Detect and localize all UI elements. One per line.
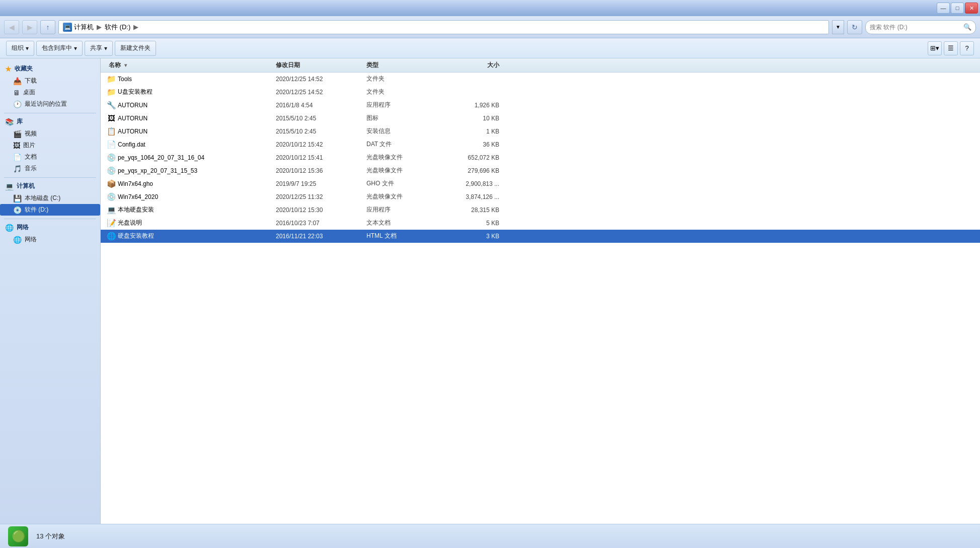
file-size: 3 KB xyxy=(442,233,507,240)
file-type: GHO 文件 xyxy=(366,179,442,188)
file-type: 安装信息 xyxy=(366,127,442,135)
new-folder-label: 新建文件夹 xyxy=(120,44,150,52)
documents-icon: 📄 xyxy=(13,153,22,161)
file-name: U盘安装教程 xyxy=(118,88,276,96)
organize-label: 组织 xyxy=(12,44,24,52)
maximize-button[interactable]: □ xyxy=(951,3,964,14)
table-row[interactable]: 📄 Config.dat 2020/10/12 15:42 DAT 文件 36 … xyxy=(101,138,980,151)
video-label: 视频 xyxy=(25,129,37,138)
file-name: AUTORUN xyxy=(118,128,276,135)
col-header-type[interactable]: 类型 xyxy=(366,61,442,70)
refresh-button[interactable]: ↻ xyxy=(847,20,862,34)
back-button[interactable]: ◀ xyxy=(4,20,19,34)
file-type: 图标 xyxy=(366,114,442,122)
table-row[interactable]: 🔧 AUTORUN 2016/1/8 4:54 应用程序 1,926 KB xyxy=(101,99,980,112)
downloads-label: 下载 xyxy=(25,77,37,85)
sidebar-computer-header: 💻 计算机 xyxy=(0,180,100,192)
address-dropdown[interactable]: ▼ xyxy=(832,20,844,34)
file-icon: 💿 xyxy=(105,153,118,162)
sidebar: ★ 收藏夹 📥 下载 🖥 桌面 🕐 最近访问的位置 📚 库 xyxy=(0,58,101,524)
file-date: 2015/5/10 2:45 xyxy=(276,128,366,135)
table-row[interactable]: 💻 本地硬盘安装 2020/10/12 15:30 应用程序 28,315 KB xyxy=(101,203,980,217)
sidebar-item-documents[interactable]: 📄 文档 xyxy=(0,151,100,163)
include-library-dropdown-icon: ▾ xyxy=(74,45,77,52)
desktop-label: 桌面 xyxy=(23,88,35,97)
file-name: AUTORUN xyxy=(118,102,276,109)
file-icon: 🌐 xyxy=(105,232,118,241)
sidebar-item-recent[interactable]: 🕐 最近访问的位置 xyxy=(0,98,100,110)
table-row[interactable]: 💿 Win7x64_2020 2020/12/25 11:32 光盘映像文件 3… xyxy=(101,190,980,203)
col-header-name[interactable]: 名称 ▾ xyxy=(105,61,276,70)
file-icon: 📁 xyxy=(105,75,118,84)
file-name: 光盘说明 xyxy=(118,219,276,227)
organize-button[interactable]: 组织 ▾ xyxy=(6,41,34,56)
title-bar: — □ ✕ xyxy=(0,0,980,16)
network-item-label: 网络 xyxy=(25,235,37,244)
table-row[interactable]: 📁 Tools 2020/12/25 14:52 文件夹 xyxy=(101,73,980,86)
search-icon: 🔍 xyxy=(963,23,971,31)
view-options-icon: ⊞ xyxy=(930,44,936,52)
sidebar-item-downloads[interactable]: 📥 下载 xyxy=(0,75,100,87)
table-row[interactable]: 🖼 AUTORUN 2015/5/10 2:45 图标 10 KB xyxy=(101,112,980,125)
network-icon: 🌐 xyxy=(13,236,22,244)
table-row[interactable]: 📋 AUTORUN 2015/5/10 2:45 安装信息 1 KB xyxy=(101,125,980,138)
file-icon: 📋 xyxy=(105,127,118,136)
include-library-button[interactable]: 包含到库中 ▾ xyxy=(36,41,83,56)
file-icon: 🔧 xyxy=(105,101,118,110)
table-row[interactable]: 📦 Win7x64.gho 2019/9/7 19:25 GHO 文件 2,90… xyxy=(101,177,980,190)
file-size: 10 KB xyxy=(442,115,507,122)
music-icon: 🎵 xyxy=(13,165,22,173)
pictures-icon: 🖼 xyxy=(13,142,20,150)
file-date: 2020/12/25 11:32 xyxy=(276,193,366,200)
view-details-button[interactable]: ☰ xyxy=(944,41,958,55)
file-date: 2020/10/12 15:30 xyxy=(276,207,366,214)
path-drive: 软件 (D:) xyxy=(105,23,130,32)
status-app-icon: 🟢 xyxy=(8,526,28,546)
file-date: 2019/9/7 19:25 xyxy=(276,180,366,187)
sidebar-item-video[interactable]: 🎬 视频 xyxy=(0,128,100,140)
file-name: 本地硬盘安装 xyxy=(118,206,276,214)
file-area: 名称 ▾ 修改日期 类型 大小 📁 Tools 2020/12/25 14:52… xyxy=(101,58,980,524)
file-type: 文件夹 xyxy=(366,75,442,83)
sidebar-item-pictures[interactable]: 🖼 图片 xyxy=(0,140,100,151)
pictures-label: 图片 xyxy=(23,141,35,150)
view-options-button[interactable]: ⊞ ▾ xyxy=(928,41,942,55)
col-header-size[interactable]: 大小 xyxy=(442,61,507,70)
file-name: pe_yqs_xp_20_07_31_15_53 xyxy=(118,167,276,174)
sidebar-item-drive-c[interactable]: 💾 本地磁盘 (C:) xyxy=(0,192,100,204)
file-type: 光盘映像文件 xyxy=(366,166,442,175)
sidebar-item-desktop[interactable]: 🖥 桌面 xyxy=(0,87,100,98)
sidebar-favorites-section: ★ 收藏夹 📥 下载 🖥 桌面 🕐 最近访问的位置 xyxy=(0,62,100,110)
search-input[interactable] xyxy=(870,24,961,31)
minimize-button[interactable]: — xyxy=(937,3,950,14)
address-path[interactable]: 💻 计算机 ▶ 软件 (D:) ▶ xyxy=(58,20,829,34)
close-button[interactable]: ✕ xyxy=(965,3,978,14)
table-row[interactable]: 💿 pe_yqs_xp_20_07_31_15_53 2020/10/12 15… xyxy=(101,164,980,177)
up-button[interactable]: ↑ xyxy=(40,20,55,34)
file-size: 2,900,813 ... xyxy=(442,180,507,187)
forward-button[interactable]: ▶ xyxy=(22,20,37,34)
table-row[interactable]: 💿 pe_yqs_1064_20_07_31_16_04 2020/10/12 … xyxy=(101,151,980,164)
table-row[interactable]: 🌐 硬盘安装教程 2016/11/21 22:03 HTML 文档 3 KB xyxy=(101,230,980,243)
recent-label: 最近访问的位置 xyxy=(25,100,67,108)
table-row[interactable]: 📝 光盘说明 2016/10/23 7:07 文本文档 5 KB xyxy=(101,217,980,230)
file-date: 2016/10/23 7:07 xyxy=(276,220,366,227)
file-size: 1 KB xyxy=(442,128,507,135)
downloads-icon: 📥 xyxy=(13,77,22,85)
table-row[interactable]: 📁 U盘安装教程 2020/12/25 14:52 文件夹 xyxy=(101,86,980,99)
sidebar-item-music[interactable]: 🎵 音乐 xyxy=(0,163,100,174)
help-button[interactable]: ? xyxy=(960,41,974,55)
help-icon: ? xyxy=(965,44,968,52)
file-name: Tools xyxy=(118,76,276,83)
file-date: 2020/10/12 15:36 xyxy=(276,167,366,174)
favorites-star-icon: ★ xyxy=(5,65,12,73)
sidebar-item-drive-d[interactable]: 💿 软件 (D:) xyxy=(0,204,100,216)
file-type: 文件夹 xyxy=(366,88,442,96)
file-date: 2020/12/25 14:52 xyxy=(276,89,366,96)
sidebar-item-network[interactable]: 🌐 网络 xyxy=(0,234,100,245)
share-button[interactable]: 共享 ▾ xyxy=(85,41,113,56)
col-header-date[interactable]: 修改日期 xyxy=(276,61,366,70)
sidebar-library-section: 📚 库 🎬 视频 🖼 图片 📄 文档 🎵 音乐 xyxy=(0,115,100,174)
new-folder-button[interactable]: 新建文件夹 xyxy=(115,41,156,56)
path-computer: 计算机 xyxy=(74,23,94,32)
